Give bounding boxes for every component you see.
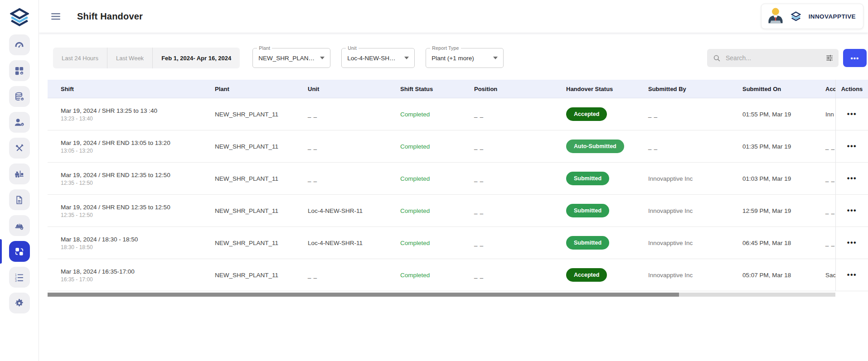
shift-time: 16:35 - 17:00 [61, 276, 202, 283]
range-last-week-button[interactable]: Last Week [107, 48, 153, 68]
search-icon [713, 54, 721, 63]
app-logo-diamond-icon [10, 8, 29, 27]
submitted-on-value: 05:07 PM, Mar 18 [729, 272, 812, 279]
table-header-row: Shift Plant Unit Shift Status Position H… [48, 80, 868, 98]
plant-value: NEW_SHR_PLANT_11 [202, 272, 295, 279]
brand-name: INNOVAPPTIVE [809, 13, 856, 20]
search-input[interactable] [726, 54, 825, 62]
hamburger-menu-icon[interactable] [50, 10, 62, 22]
submitted-on-value: 01:03 PM, Mar 19 [729, 175, 812, 182]
unit-value: Loc-4-NEW-SHR-11 [295, 207, 387, 214]
plant-value: NEW_SHR_PLANT_11 [202, 111, 295, 118]
accepted-by-value: _ _ [812, 207, 835, 214]
sidebar-item-forklift[interactable] [0, 164, 39, 184]
more-actions-button[interactable]: ••• [843, 49, 867, 67]
shift-time: 12:35 - 12:50 [61, 179, 202, 187]
user-gear-icon [14, 117, 24, 128]
row-actions-menu-button[interactable]: ••• [847, 239, 857, 246]
shift-title: Mar 19, 2024 / SHR 13:25 to 13 :40 [61, 106, 202, 115]
modules-grid-gear-icon [14, 66, 24, 76]
submitted-on-value: 12:59 PM, Mar 19 [729, 207, 812, 214]
chevron-down-icon [404, 57, 409, 59]
sidebar: 1 2 3 [0, 0, 39, 361]
user-avatar[interactable] [765, 6, 786, 27]
handover-status-badge: Auto-Submitted [566, 140, 624, 153]
sidebar-item-shift-handover[interactable] [0, 241, 39, 262]
search-box [707, 49, 839, 67]
sidebar-item-master-data[interactable] [0, 86, 39, 107]
plant-select-value: NEW_SHR_PLANT_... [258, 55, 315, 62]
column-header-actions: Actions [835, 80, 868, 98]
horizontal-scrollbar-track[interactable] [48, 293, 835, 297]
table-row: Mar 19, 2024 / SHR END 12:35 to 12:5012:… [48, 163, 868, 195]
range-custom-dates-button[interactable]: Feb 1, 2024- Apr 16, 2024 [153, 48, 240, 68]
unit-value: _ _ [295, 272, 387, 279]
app-logo [0, 0, 39, 34]
gear-icon [14, 298, 24, 308]
position-value: _ _ [461, 143, 553, 150]
brand-card: INNOVAPPTIVE [761, 4, 863, 29]
shift-time: 13:23 - 13:40 [61, 115, 202, 122]
plant-value: NEW_SHR_PLANT_11 [202, 175, 295, 182]
shift-status-value: Completed [387, 143, 461, 150]
column-header-unit: Unit [295, 86, 387, 92]
shift-status-value: Completed [387, 111, 461, 118]
shift-handover-table: Shift Plant Unit Shift Status Position H… [48, 80, 868, 291]
row-actions-menu-button[interactable]: ••• [847, 271, 857, 279]
report-type-select[interactable]: Report Type Plant (+1 more) [426, 48, 504, 68]
date-range-segmented-control: Last 24 Hours Last Week Feb 1, 2024- Apr… [53, 48, 240, 68]
sidebar-item-documents[interactable] [0, 189, 39, 210]
sidebar-item-safety[interactable] [0, 215, 39, 236]
row-actions-menu-button[interactable]: ••• [847, 143, 857, 150]
row-actions-menu-button[interactable]: ••• [847, 207, 857, 214]
numbered-list-icon: 1 2 3 [14, 272, 24, 283]
accepted-by-value: Inn [812, 111, 835, 118]
dashboard-gauge-icon [14, 40, 24, 50]
position-value: _ _ [461, 111, 553, 118]
horizontal-scrollbar-thumb[interactable] [48, 293, 679, 297]
submitted-by-value: Innovapptive Inc [635, 240, 729, 246]
page-title: Shift Handover [77, 11, 143, 22]
handover-status-badge: Submitted [566, 172, 609, 185]
position-value: _ _ [461, 175, 553, 182]
shift-time: 12:35 - 12:50 [61, 212, 202, 219]
chevron-down-icon [320, 57, 325, 59]
column-header-shift-status: Shift Status [387, 86, 461, 92]
sidebar-item-settings[interactable] [0, 293, 39, 313]
position-value: _ _ [461, 240, 553, 246]
database-gear-icon [14, 91, 24, 102]
row-actions-menu-button[interactable]: ••• [847, 175, 857, 182]
column-header-submitted-by: Submitted By [635, 86, 729, 92]
unit-select[interactable]: Unit Loc-4-NEW-SHR-11 [341, 48, 415, 68]
submitted-on-value: 06:45 PM, Mar 18 [729, 240, 812, 246]
sidebar-item-checklist[interactable]: 1 2 3 [0, 267, 39, 288]
plant-select-label: Plant [257, 45, 272, 51]
sidebar-item-dashboard[interactable] [0, 34, 39, 55]
submitted-by-value: Innovapptive Inc [635, 207, 729, 214]
column-header-handover-status: Handover Status [553, 86, 635, 92]
sidebar-item-tools[interactable] [0, 138, 39, 159]
shift-title: Mar 18, 2024 / 18:30 - 18:50 [61, 235, 202, 244]
shift-title: Mar 19, 2024 / SHR END 13:05 to 13:20 [61, 139, 202, 147]
plant-value: NEW_SHR_PLANT_11 [202, 240, 295, 246]
column-header-position: Position [461, 86, 553, 92]
submitted-on-value: 01:35 PM, Mar 19 [729, 143, 812, 150]
table-row: Mar 18, 2024 / 16:35-17:0016:35 - 17:00 … [48, 259, 868, 291]
column-header-accepted-by: Acc [812, 86, 835, 92]
sidebar-item-user-management[interactable] [0, 112, 39, 133]
shift-title: Mar 19, 2024 / SHR END 12:35 to 12:50 [61, 203, 202, 212]
unit-select-label: Unit [346, 45, 358, 51]
filter-tune-icon[interactable] [825, 53, 834, 63]
unit-select-value: Loc-4-NEW-SHR-11 [347, 55, 400, 62]
row-actions-menu-button[interactable]: ••• [847, 111, 857, 118]
unit-value: Loc-4-NEW-SHR-11 [295, 240, 387, 246]
position-value: _ _ [461, 272, 553, 279]
innovapptive-diamond-icon [790, 11, 801, 21]
svg-text:3: 3 [15, 279, 17, 282]
shift-time: 13:05 - 13:20 [61, 147, 202, 154]
range-last-24-hours-button[interactable]: Last 24 Hours [53, 48, 107, 68]
sidebar-item-modules[interactable] [0, 60, 39, 81]
shift-title: Mar 19, 2024 / SHR END 12:35 to 12:50 [61, 171, 202, 179]
plant-select[interactable]: Plant NEW_SHR_PLANT_... [252, 48, 330, 68]
column-header-plant: Plant [202, 86, 295, 92]
